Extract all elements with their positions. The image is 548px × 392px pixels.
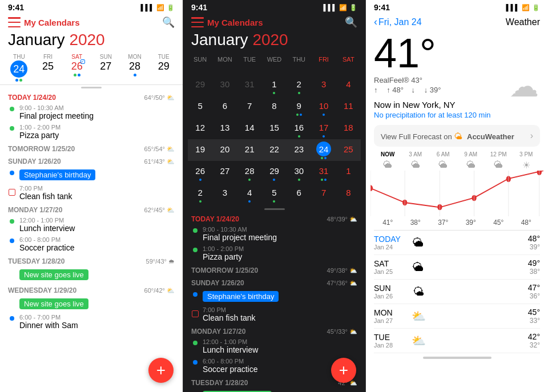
hourly-section: NOW 3 AM 6 AM 9 AM 12 PM 3 PM 🌥 🌥 🌥 🌥 🌥 … [366,151,548,227]
grid-cell-5[interactable]: 5 [188,96,212,118]
search-icon[interactable]: 🔍 [162,16,175,29]
event-dot [193,292,198,297]
grid-cell-31-prev[interactable]: 31 [237,74,262,96]
daily-row-sun[interactable]: SUN Jan 26 🌤 47° 36° [374,280,540,304]
dark-event-meeting[interactable]: 9:00 - 10:30 AM Final project meeting [183,224,365,244]
grid-cell-24-today[interactable]: 24 [311,139,336,161]
grid-cell-21[interactable]: 21 [237,139,262,161]
dark-event-pizza[interactable]: 1:00 - 2:00 PM Pizza party [183,244,365,263]
add-event-fab-dark[interactable]: + [331,358,356,383]
grid-cell-2[interactable]: 2 [287,74,311,96]
dark-event-birthday[interactable]: Stephanie's birthday [183,288,365,305]
week-day-thu[interactable]: THU 24 [5,51,34,84]
week-day-tue[interactable]: TUE 29 [149,51,178,84]
wednesday-label: WEDNESDAY 1/29/20 [8,286,76,294]
dark-event-fish[interactable]: 7:00 PM Clean fish tank [183,305,365,324]
grid-cell-10[interactable]: 10 [311,96,336,118]
event-time: 7:00 PM [203,306,357,313]
grid-cell-3[interactable]: 3 [311,74,336,96]
grid-cell-22[interactable]: 22 [262,139,287,161]
event-pizza-party[interactable]: 1:00 - 2:00 PM Pizza party [0,122,183,142]
event-checkbox[interactable] [9,189,15,196]
grid-cell-2b[interactable]: 2 [188,183,212,204]
grid-cell-23[interactable]: 23 [287,139,311,161]
week-day-mon[interactable]: MON 28 [120,51,150,84]
dark-event-lunch[interactable]: 12:00 - 1:00 PM Lunch interview [183,337,365,356]
grid-cell-31[interactable]: 31 [311,161,336,183]
grid-cell-20[interactable]: 20 [212,139,237,161]
add-event-fab-light[interactable]: + [148,358,174,383]
grid-cell-12[interactable]: 12 [188,118,212,139]
menu-icon-dark[interactable] [191,17,204,27]
week-day-sat[interactable]: SAT 26 ✓ [62,51,91,84]
grid-cell-19[interactable]: 19 [188,139,212,161]
event-list-light[interactable]: TODAY 1/24/20 64°/50° ⛅ 9:00 - 10:30 AM … [0,90,183,392]
daily-row-tue[interactable]: TUE Jan 28 ⛅ 42° 32° [374,329,540,353]
daily-row-sat[interactable]: SAT Jan 25 🌥 49° 38° [374,255,540,280]
dark-checkbox[interactable] [192,310,199,317]
section-today: TODAY 1/24/20 64°/50° ⛅ [0,90,183,103]
grid-cell-30[interactable]: 30 [287,161,311,183]
event-newsite-wed[interactable]: New site goes live [0,296,183,312]
grid-cell-29-prev[interactable]: 29 [188,74,212,96]
back-button[interactable]: ‹ Fri, Jan 24 [374,16,422,28]
menu-icon[interactable] [8,17,21,27]
grid-cell-5b[interactable]: 5 [262,183,287,204]
grid-cell-7b[interactable]: 7 [311,183,336,204]
grid-cell-11[interactable]: 11 [336,96,361,118]
grid-cell-4b[interactable]: 4 [237,183,262,204]
new-site-pill-wed: New site goes live [19,298,88,309]
grid-cell-1[interactable]: 1 [262,74,287,96]
grid-header-mon: MON [212,52,237,74]
event-final-meeting[interactable]: 9:00 - 10:30 AM Final project meeting [0,103,183,122]
sun-num: 27 [100,60,111,72]
daily-day-sat: SAT Jan 25 [374,259,408,275]
grid-cell-13[interactable]: 13 [212,118,237,139]
grid-cell-8[interactable]: 8 [262,96,287,118]
hour-3pm: 3 PM [513,151,541,157]
accuweather-banner[interactable]: View Full Forecast on 🌤 AccuWeather › [374,125,540,147]
grid-cell-25[interactable]: 25 [336,139,361,161]
grid-cell-26[interactable]: 26 [188,161,212,183]
grid-cell-30-prev[interactable]: 30 [212,74,237,96]
view-forecast-text: View Full Forecast on [381,132,454,141]
grid-cell-14[interactable]: 14 [237,118,262,139]
event-dinner-sam[interactable]: 6:00 - 7:00 PM Dinner with Sam [0,312,183,332]
daily-row-mon[interactable]: MON Jan 27 ⛅ 45° 33° [374,304,540,329]
grid-cell-18[interactable]: 18 [336,118,361,139]
week-day-fri[interactable]: FRI 25 [34,51,63,84]
dark-section-sunday: SUNDAY 1/26/20 47°/36° ⛅ [183,276,365,288]
grid-cell-6[interactable]: 6 [212,96,237,118]
grid-cell-8b[interactable]: 8 [336,183,361,204]
grid-cell-17[interactable]: 17 [311,118,336,139]
grid-cell-9[interactable]: 9 [287,96,311,118]
search-icon-dark[interactable]: 🔍 [345,16,357,29]
hourly-icons: 🌥 🌥 🌥 🌥 🌥 ☀ [370,159,543,171]
thu-dots [15,79,22,82]
grid-cell-3b[interactable]: 3 [212,183,237,204]
week-day-sun[interactable]: SUN 27 [91,51,120,84]
month-title-light: January 2020 [0,30,183,51]
dark-tuesday-label: TUESDAY 1/28/20 [191,379,248,387]
hourly-temp-now: 41° [374,219,402,227]
header-left-dark[interactable]: My Calendars [191,17,263,27]
grid-cell-1-next[interactable]: 1 [336,161,361,183]
grid-cell-29[interactable]: 29 [262,161,287,183]
header-left[interactable]: My Calendars [8,17,80,27]
daily-row-today[interactable]: TODAY Jan 24 🌥 48° 39° [374,231,540,255]
grid-cell-7[interactable]: 7 [237,96,262,118]
event-birthday[interactable]: Stephanie's birthday [0,167,183,183]
event-soccer[interactable]: 6:00 - 8:00 PM Soccer practice [0,235,183,254]
dark-event-newsite[interactable]: New site goes live [183,388,365,392]
grid-cell-28[interactable]: 28 [237,161,262,183]
hour-6am: 6 AM [429,151,457,157]
grid-cell-15[interactable]: 15 [262,118,287,139]
daily-icon-sun: 🌤 [408,285,429,298]
event-lunch[interactable]: 12:00 - 1:00 PM Lunch interview [0,215,183,235]
grid-cell-6b[interactable]: 6 [287,183,311,204]
grid-cell-16[interactable]: 16 [287,118,311,139]
grid-cell-4[interactable]: 4 [336,74,361,96]
event-fish-tank[interactable]: 7:00 PM Clean fish tank [0,183,183,203]
grid-cell-27[interactable]: 27 [212,161,237,183]
event-newsite-tue[interactable]: New site goes live [0,266,183,283]
